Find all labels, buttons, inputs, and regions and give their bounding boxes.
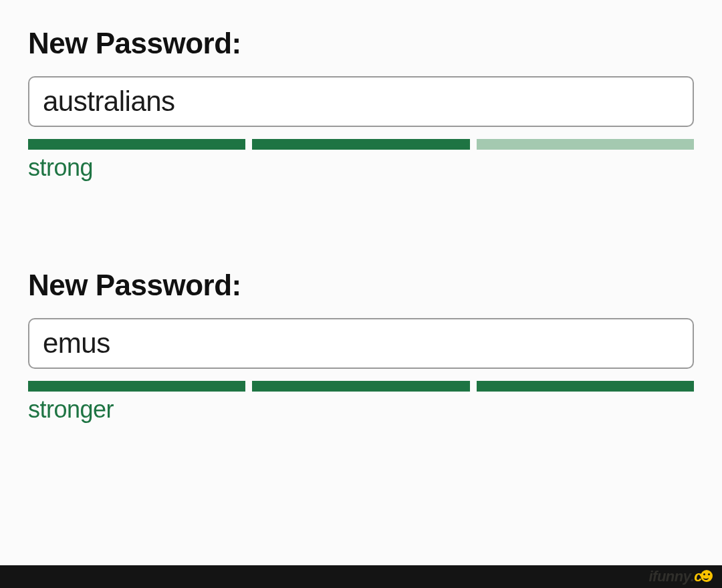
strength-bar-2 [252, 381, 469, 392]
strength-bar-1 [28, 139, 245, 150]
strength-bar-1 [28, 381, 245, 392]
password-input-box[interactable] [28, 76, 694, 127]
strength-bar-3 [477, 139, 694, 150]
strength-label: stronger [28, 396, 694, 424]
strength-label: strong [28, 154, 694, 182]
watermark-prefix: ifunny. [648, 568, 694, 585]
strength-meter [28, 381, 694, 392]
smiley-icon [701, 570, 713, 582]
strength-bar-3 [477, 381, 694, 392]
password-input[interactable] [43, 327, 679, 359]
strength-bar-2 [252, 139, 469, 150]
password-input-box[interactable] [28, 318, 694, 369]
password-input[interactable] [43, 86, 679, 118]
password-field-2: New Password: stronger [28, 269, 694, 424]
password-label: New Password: [28, 269, 694, 302]
watermark-footer: ifunny.c [0, 565, 722, 588]
password-label: New Password: [28, 27, 694, 60]
strength-meter [28, 139, 694, 150]
password-field-1: New Password: strong [28, 27, 694, 182]
watermark-text: ifunny.c [648, 568, 713, 585]
